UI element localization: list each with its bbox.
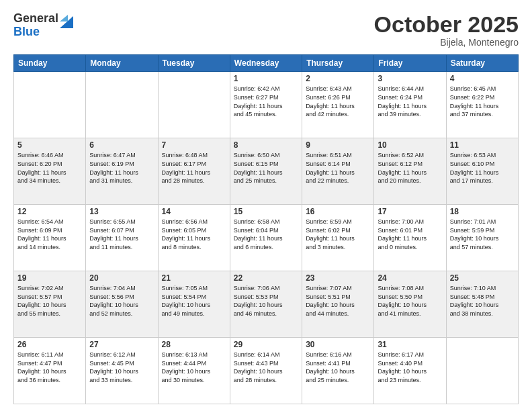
calendar-cell: 6Sunrise: 6:47 AM Sunset: 6:19 PM Daylig… [86,138,158,205]
calendar-cell: 21Sunrise: 7:05 AM Sunset: 5:54 PM Dayli… [158,271,230,338]
day-info: Sunrise: 6:51 AM Sunset: 6:14 PM Dayligh… [306,151,370,185]
day-info: Sunrise: 6:48 AM Sunset: 6:17 PM Dayligh… [162,151,226,185]
calendar-cell: 26Sunrise: 6:11 AM Sunset: 4:47 PM Dayli… [14,338,86,404]
logo-icon [60,9,73,28]
calendar-cell: 17Sunrise: 7:00 AM Sunset: 6:01 PM Dayli… [374,205,446,271]
calendar-week-row: 12Sunrise: 6:54 AM Sunset: 6:09 PM Dayli… [14,205,519,271]
calendar-cell [446,338,518,404]
day-info: Sunrise: 6:14 AM Sunset: 4:43 PM Dayligh… [234,351,298,384]
calendar-cell [14,72,86,138]
svg-marker-1 [60,15,68,21]
calendar-cell: 8Sunrise: 6:50 AM Sunset: 6:15 PM Daylig… [230,138,302,205]
day-number: 24 [378,273,442,283]
month-title: October 2025 [374,12,519,37]
calendar-week-row: 5Sunrise: 6:46 AM Sunset: 6:20 PM Daylig… [14,138,519,205]
calendar-cell: 27Sunrise: 6:12 AM Sunset: 4:45 PM Dayli… [86,338,158,404]
day-info: Sunrise: 6:42 AM Sunset: 6:27 PM Dayligh… [234,85,298,118]
day-number: 26 [17,340,82,349]
col-tuesday: Tuesday [158,55,230,72]
calendar-cell: 28Sunrise: 6:13 AM Sunset: 4:44 PM Dayli… [158,338,230,404]
day-info: Sunrise: 7:01 AM Sunset: 5:59 PM Dayligh… [450,218,515,251]
logo-blue-text: Blue [13,26,58,39]
day-number: 8 [234,140,298,150]
day-number: 1 [234,74,298,83]
calendar-cell: 16Sunrise: 6:59 AM Sunset: 6:02 PM Dayli… [302,205,374,271]
calendar-cell: 20Sunrise: 7:04 AM Sunset: 5:56 PM Dayli… [86,271,158,338]
col-friday: Friday [374,55,446,72]
logo: General Blue [13,12,73,39]
day-info: Sunrise: 6:54 AM Sunset: 6:09 PM Dayligh… [17,218,82,251]
day-number: 17 [378,207,442,216]
calendar-week-row: 1Sunrise: 6:42 AM Sunset: 6:27 PM Daylig… [14,72,519,138]
day-info: Sunrise: 6:55 AM Sunset: 6:07 PM Dayligh… [89,218,154,251]
day-number: 6 [89,140,154,150]
calendar-cell: 9Sunrise: 6:51 AM Sunset: 6:14 PM Daylig… [302,138,374,205]
col-monday: Monday [86,55,158,72]
day-number: 7 [162,140,226,150]
calendar-cell: 11Sunrise: 6:53 AM Sunset: 6:10 PM Dayli… [446,138,518,205]
day-number: 2 [306,74,370,83]
day-info: Sunrise: 7:04 AM Sunset: 5:56 PM Dayligh… [89,284,154,318]
calendar-cell: 10Sunrise: 6:52 AM Sunset: 6:12 PM Dayli… [374,138,446,205]
day-info: Sunrise: 7:02 AM Sunset: 5:57 PM Dayligh… [17,284,82,318]
day-number: 13 [89,207,154,216]
calendar-cell: 7Sunrise: 6:48 AM Sunset: 6:17 PM Daylig… [158,138,230,205]
day-info: Sunrise: 6:53 AM Sunset: 6:10 PM Dayligh… [450,151,515,185]
day-info: Sunrise: 6:56 AM Sunset: 6:05 PM Dayligh… [162,218,226,251]
day-info: Sunrise: 6:52 AM Sunset: 6:12 PM Dayligh… [378,151,442,185]
calendar-cell: 2Sunrise: 6:43 AM Sunset: 6:26 PM Daylig… [302,72,374,138]
day-number: 31 [378,340,442,349]
day-info: Sunrise: 6:45 AM Sunset: 6:22 PM Dayligh… [450,85,515,118]
calendar-cell: 14Sunrise: 6:56 AM Sunset: 6:05 PM Dayli… [158,205,230,271]
day-number: 29 [234,340,298,349]
day-number: 21 [162,273,226,283]
day-number: 16 [306,207,370,216]
calendar-cell: 18Sunrise: 7:01 AM Sunset: 5:59 PM Dayli… [446,205,518,271]
calendar-cell: 23Sunrise: 7:07 AM Sunset: 5:51 PM Dayli… [302,271,374,338]
logo-general-text: General [13,12,58,26]
day-info: Sunrise: 7:07 AM Sunset: 5:51 PM Dayligh… [306,284,370,318]
day-info: Sunrise: 6:17 AM Sunset: 4:40 PM Dayligh… [378,351,442,384]
page: General Blue October 2025 Bijela, Monten… [0,0,532,411]
day-number: 20 [89,273,154,283]
col-sunday: Sunday [14,55,86,72]
calendar-cell: 12Sunrise: 6:54 AM Sunset: 6:09 PM Dayli… [14,205,86,271]
calendar-cell: 31Sunrise: 6:17 AM Sunset: 4:40 PM Dayli… [374,338,446,404]
day-number: 30 [306,340,370,349]
calendar-cell: 29Sunrise: 6:14 AM Sunset: 4:43 PM Dayli… [230,338,302,404]
day-info: Sunrise: 6:16 AM Sunset: 4:41 PM Dayligh… [306,351,370,384]
calendar-cell: 1Sunrise: 6:42 AM Sunset: 6:27 PM Daylig… [230,72,302,138]
day-number: 14 [162,207,226,216]
day-number: 11 [450,140,515,150]
day-number: 12 [17,207,82,216]
calendar-week-row: 19Sunrise: 7:02 AM Sunset: 5:57 PM Dayli… [14,271,519,338]
header: General Blue October 2025 Bijela, Monten… [13,12,519,48]
day-number: 9 [306,140,370,150]
calendar-cell: 30Sunrise: 6:16 AM Sunset: 4:41 PM Dayli… [302,338,374,404]
day-number: 3 [378,74,442,83]
day-number: 23 [306,273,370,283]
day-info: Sunrise: 6:50 AM Sunset: 6:15 PM Dayligh… [234,151,298,185]
day-info: Sunrise: 7:08 AM Sunset: 5:50 PM Dayligh… [378,284,442,318]
day-number: 10 [378,140,442,150]
calendar-cell: 5Sunrise: 6:46 AM Sunset: 6:20 PM Daylig… [14,138,86,205]
calendar-cell: 3Sunrise: 6:44 AM Sunset: 6:24 PM Daylig… [374,72,446,138]
location: Bijela, Montenegro [374,37,519,48]
day-info: Sunrise: 6:43 AM Sunset: 6:26 PM Dayligh… [306,85,370,118]
col-wednesday: Wednesday [230,55,302,72]
day-number: 19 [17,273,82,283]
day-info: Sunrise: 6:12 AM Sunset: 4:45 PM Dayligh… [89,351,154,384]
day-info: Sunrise: 6:13 AM Sunset: 4:44 PM Dayligh… [162,351,226,384]
calendar-cell: 24Sunrise: 7:08 AM Sunset: 5:50 PM Dayli… [374,271,446,338]
day-number: 5 [17,140,82,150]
day-info: Sunrise: 7:05 AM Sunset: 5:54 PM Dayligh… [162,284,226,318]
calendar-cell: 4Sunrise: 6:45 AM Sunset: 6:22 PM Daylig… [446,72,518,138]
title-block: October 2025 Bijela, Montenegro [374,12,519,48]
day-info: Sunrise: 7:10 AM Sunset: 5:48 PM Dayligh… [450,284,515,318]
calendar-cell: 22Sunrise: 7:06 AM Sunset: 5:53 PM Dayli… [230,271,302,338]
calendar-cell: 19Sunrise: 7:02 AM Sunset: 5:57 PM Dayli… [14,271,86,338]
day-info: Sunrise: 7:00 AM Sunset: 6:01 PM Dayligh… [378,218,442,251]
day-info: Sunrise: 6:59 AM Sunset: 6:02 PM Dayligh… [306,218,370,251]
day-number: 15 [234,207,298,216]
day-number: 25 [450,273,515,283]
